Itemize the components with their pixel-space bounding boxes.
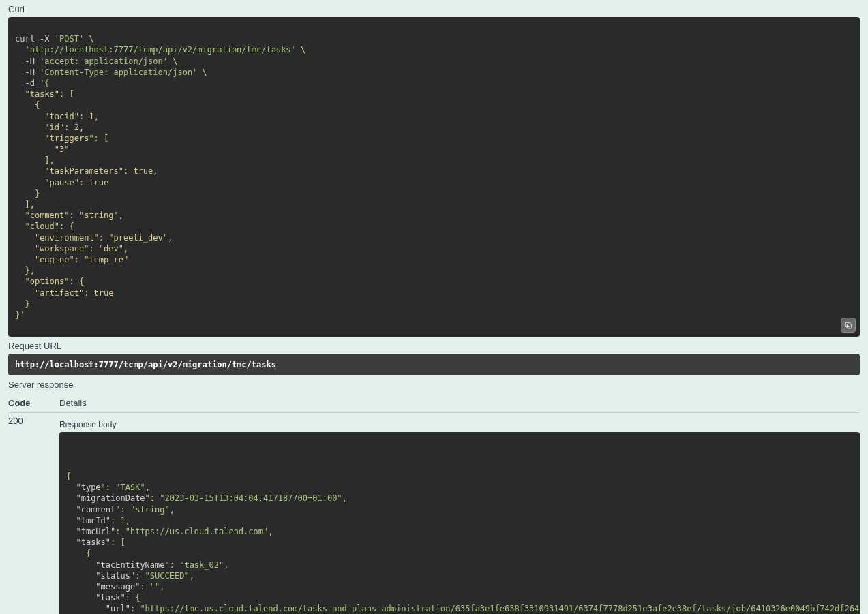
details-header: Details [59,398,87,408]
response-table-header: Code Details [8,394,860,413]
copy-curl-button[interactable] [841,318,856,333]
svg-rect-1 [845,322,850,327]
request-url-block: http://localhost:7777/tcmp/api/v2/migrat… [8,354,860,375]
response-body-label: Response body [59,420,860,429]
svg-rect-0 [847,324,852,328]
code-header: Code [8,398,46,408]
response-row: 200 Response body { "type": "TASK", "mig… [8,416,860,614]
request-url-label: Request URL [8,341,860,351]
server-response-label: Server response [8,380,860,390]
response-body-block: { "type": "TASK", "migrationDate": "2023… [59,432,860,614]
curl-code-block: curl -X 'POST' \ 'http://localhost:7777/… [8,17,860,337]
status-code: 200 [8,416,46,426]
curl-label: Curl [8,4,860,14]
